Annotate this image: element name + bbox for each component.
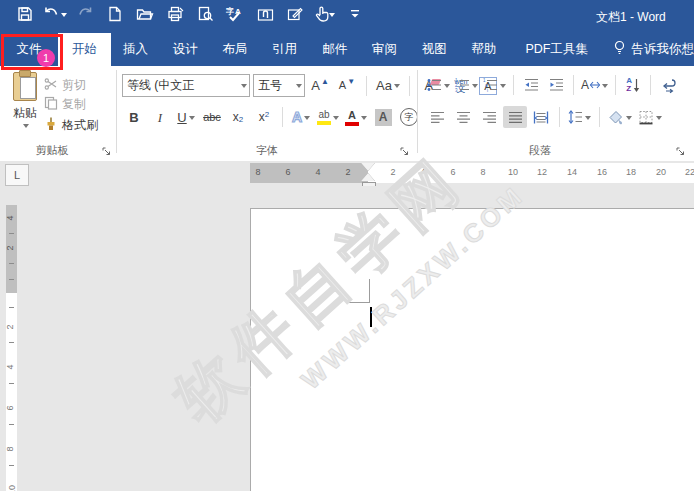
text-effects-button[interactable]: A: [289, 106, 313, 128]
text-boundary-mark: [348, 302, 370, 303]
sort-button[interactable]: AZ: [621, 74, 645, 96]
align-right-button[interactable]: [477, 106, 501, 128]
grow-font-button[interactable]: A▲: [308, 75, 332, 97]
align-center-button[interactable]: [451, 106, 475, 128]
font-group: 等线 (中文正 五号 A▲ A▼ Aa A wén: [118, 66, 416, 160]
subscript-button[interactable]: x2: [226, 106, 250, 128]
ruler-number: 6: [5, 405, 15, 410]
spelling-grammar-icon[interactable]: 字 A: [226, 5, 244, 23]
sort-icon: AZ: [626, 77, 640, 93]
format-painter-button[interactable]: 格式刷: [44, 116, 98, 134]
lightbulb-icon: [613, 40, 626, 59]
quick-print-icon[interactable]: [166, 5, 184, 23]
tab-mailings[interactable]: 邮件: [310, 33, 360, 66]
ruler-number: 10: [508, 167, 518, 177]
new-document-icon[interactable]: [106, 5, 124, 23]
tab-references[interactable]: 引用: [260, 33, 310, 66]
tab-view[interactable]: 视图: [409, 33, 459, 66]
line-spacing-icon: [568, 110, 583, 124]
first-line-indent-marker[interactable]: [361, 163, 375, 171]
text-boundary-mark: [369, 279, 370, 302]
bullets-button[interactable]: [425, 74, 452, 96]
ruler-row: L 8 6 4 2 2 4 6 8 10 12 14 16 18 20 22: [0, 161, 694, 186]
tab-layout[interactable]: 布局: [210, 33, 260, 66]
superscript-button[interactable]: x2: [252, 106, 276, 128]
font-size-combobox[interactable]: 五号: [253, 74, 305, 97]
customize-qat-icon[interactable]: [346, 5, 364, 23]
chevron-down-icon: [304, 116, 310, 123]
numbering-button[interactable]: 123: [453, 74, 480, 96]
svg-text:3: 3: [455, 88, 458, 93]
attachment-icon[interactable]: [256, 5, 274, 23]
chevron-down-icon: [500, 84, 506, 91]
edit-icon[interactable]: [286, 5, 304, 23]
font-name-value: 等线 (中文正: [127, 77, 239, 94]
paragraph-dialog-launcher[interactable]: [674, 145, 686, 157]
ruler-number: 20: [656, 167, 666, 177]
borders-button[interactable]: [636, 106, 664, 128]
decrease-indent-button[interactable]: [519, 74, 543, 96]
align-left-button[interactable]: [425, 106, 449, 128]
open-icon[interactable]: [136, 5, 154, 23]
tab-design[interactable]: 设计: [160, 33, 210, 66]
font-group-label: 字体: [118, 143, 416, 158]
shrink-font-icon: A: [339, 80, 346, 91]
document-area[interactable]: 4 2 2 4 6 8 10: [0, 186, 694, 491]
ruler-number: 2: [5, 245, 15, 250]
highlight-color-button[interactable]: ab: [315, 106, 341, 128]
justify-button[interactable]: [503, 106, 527, 128]
touch-mouse-mode-icon[interactable]: [316, 5, 334, 23]
text-cursor: [370, 307, 372, 327]
divider: [615, 75, 616, 95]
cut-button[interactable]: 剪切: [44, 76, 86, 94]
tab-insert[interactable]: 插入: [111, 33, 161, 66]
ruler-number: 4: [5, 364, 15, 369]
shrink-font-button[interactable]: A▼: [335, 75, 359, 97]
redo-icon[interactable]: [76, 5, 94, 23]
tab-help[interactable]: 帮助: [459, 33, 509, 66]
font-color-button[interactable]: A: [343, 106, 369, 128]
line-spacing-button[interactable]: [566, 106, 593, 128]
tell-me-box[interactable]: 告诉我你想: [605, 33, 694, 66]
bold-button[interactable]: B: [122, 106, 146, 128]
strikethrough-button[interactable]: abc: [200, 106, 224, 128]
chevron-down-icon: [626, 116, 632, 123]
divider: [513, 75, 514, 95]
distributed-button[interactable]: [529, 106, 553, 128]
change-case-button[interactable]: Aa: [374, 75, 402, 97]
chevron-down-icon: [23, 124, 29, 131]
show-hide-marks-icon: [660, 78, 676, 93]
increase-indent-button[interactable]: [544, 74, 568, 96]
paste-button[interactable]: 粘贴: [7, 72, 43, 144]
character-shading-button[interactable]: A: [371, 106, 395, 128]
ruler-number: 16: [597, 167, 607, 177]
print-preview-icon[interactable]: [196, 5, 214, 23]
change-case-icon: Aa: [376, 79, 392, 92]
svg-text:字: 字: [226, 6, 234, 16]
asian-layout-button[interactable]: A: [579, 74, 610, 96]
font-name-combobox[interactable]: 等线 (中文正: [122, 74, 250, 97]
tab-stop-selector[interactable]: L: [5, 164, 29, 186]
tab-pdf-tools[interactable]: PDF工具集: [509, 33, 605, 66]
save-icon[interactable]: [16, 5, 34, 23]
tab-home[interactable]: 开始: [58, 33, 111, 66]
group-separator: [116, 70, 117, 153]
paragraph-group: 123 1ai: [420, 66, 694, 160]
show-hide-marks-button[interactable]: [656, 74, 680, 96]
underline-button[interactable]: U: [174, 106, 198, 128]
multilevel-list-button[interactable]: 1ai: [481, 74, 508, 96]
shading-button[interactable]: [606, 106, 634, 128]
horizontal-ruler[interactable]: 8 6 4 2 2 4 6 8 10 12 14 16 18 20 22: [250, 163, 694, 183]
strikethrough-icon: abc: [203, 112, 221, 123]
clipboard-dialog-launcher[interactable]: [100, 145, 112, 157]
ruler-tick: [9, 279, 14, 280]
vertical-ruler[interactable]: 4 2 2 4 6 8 10: [6, 205, 17, 491]
hanging-indent-marker[interactable]: [361, 173, 375, 181]
italic-button[interactable]: I: [148, 106, 172, 128]
document-page[interactable]: [250, 208, 694, 491]
tab-review[interactable]: 审阅: [360, 33, 410, 66]
font-dialog-launcher[interactable]: [398, 145, 410, 157]
undo-icon[interactable]: [46, 5, 64, 23]
multilevel-list-icon: 1ai: [483, 78, 498, 92]
copy-button[interactable]: 复制: [44, 95, 86, 113]
